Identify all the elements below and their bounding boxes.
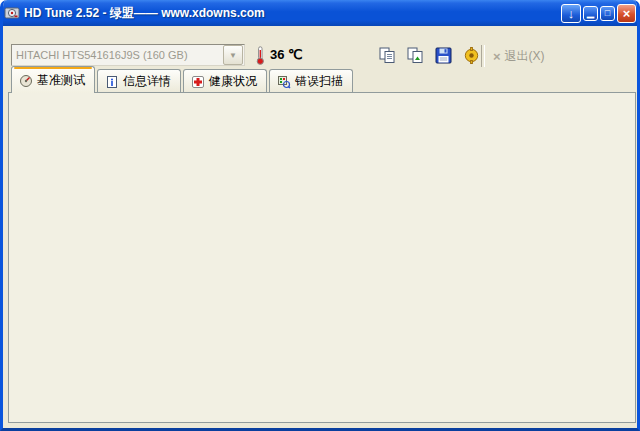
info-icon [105,75,119,89]
copy-image-icon [406,46,425,65]
toolbar-buttons [375,43,484,68]
drive-select-value: HITACHI HTS541616J9S (160 GB) [12,49,223,61]
temperature-value: 36 ℃ [270,47,303,62]
titlebar[interactable]: HD Tune 2.52 - 绿盟—— www.xdowns.com ↓ ▁ □… [0,0,640,26]
copy-image-button[interactable] [403,43,428,68]
benchmark-panel [8,92,636,423]
close-button[interactable]: × [617,4,636,23]
tab-error-scan-label: 错误扫描 [295,73,343,90]
download-button[interactable]: ↓ [561,4,581,23]
exit-x-icon: × [493,49,501,64]
minimize-icon: ▁ [587,8,594,18]
maximize-button[interactable]: □ [600,6,615,21]
temperature-icon [255,46,266,69]
drive-select[interactable]: HITACHI HTS541616J9S (160 GB) ▼ [11,44,245,66]
tab-benchmark-label: 基准测试 [37,72,85,89]
close-icon: × [623,6,631,21]
copy-icon [378,46,397,65]
save-icon [434,46,453,65]
exit-button[interactable]: × 退出(X) [489,46,549,67]
error-scan-icon [277,75,291,89]
window-title: HD Tune 2.52 - 绿盟—— www.xdowns.com [24,5,561,22]
chevron-down-icon[interactable]: ▼ [223,45,243,65]
maximize-icon: □ [605,8,610,18]
hdtune-window: HD Tune 2.52 - 绿盟—— www.xdowns.com ↓ ▁ □… [0,0,640,431]
app-icon [4,5,20,21]
toolbar-separator [481,45,485,67]
copy-button[interactable] [375,43,400,68]
minimize-button[interactable]: ▁ [583,6,598,21]
tab-health[interactable]: 健康状况 [183,69,267,93]
tab-error-scan[interactable]: 错误扫描 [269,69,353,93]
tab-info[interactable]: 信息详情 [97,69,181,93]
tab-strip: 基准测试 信息详情 健康状况 [11,70,355,93]
tab-info-label: 信息详情 [123,73,171,90]
download-arrow-icon: ↓ [568,6,575,21]
save-button[interactable] [431,43,456,68]
tab-health-label: 健康状况 [209,73,257,90]
tab-benchmark[interactable]: 基准测试 [11,66,95,93]
benchmark-icon [19,73,33,87]
settings-icon [462,46,481,65]
exit-label: 退出(X) [505,48,545,65]
health-icon [191,75,205,89]
